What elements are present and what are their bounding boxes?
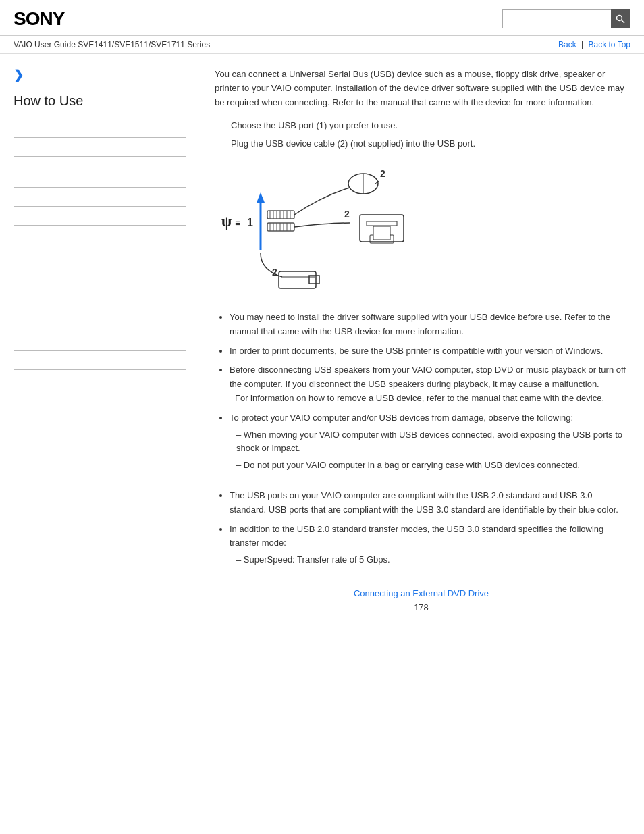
sidebar-link-7[interactable]: [14, 244, 186, 263]
connecting-dvd-link[interactable]: Connecting an External DVD Drive: [354, 588, 489, 598]
search-icon: [616, 14, 625, 24]
bottom-link: Connecting an External DVD Drive: [215, 588, 628, 598]
nav-title: VAIO User Guide SVE1411/SVE1511/SVE1711 …: [14, 40, 210, 49]
usb-diagram: ψ ≡ 1: [215, 162, 628, 297]
search-input[interactable]: [503, 10, 611, 28]
svg-text:2: 2: [344, 209, 350, 219]
bullet-item-5: The USB ports on your VAIO computer are …: [230, 489, 628, 517]
content-step2: Plug the USB device cable (2) (not suppl…: [231, 137, 628, 151]
sidebar-link-3[interactable]: [14, 169, 186, 188]
sub-dash-item-3: SuperSpeed: Transfer rate of 5 Gbps.: [236, 553, 628, 567]
nav-links: Back | Back to Top: [558, 40, 630, 49]
sidebar-link-1[interactable]: [14, 119, 186, 138]
sidebar-link-9[interactable]: [14, 282, 186, 301]
sidebar-link-8[interactable]: [14, 263, 186, 282]
sidebar-link-5[interactable]: [14, 207, 186, 226]
svg-text:≡: ≡: [235, 217, 240, 228]
bottom-separator: [215, 581, 628, 581]
main-container: ❯ How to Use You can connect a Universal…: [0, 54, 644, 626]
svg-point-0: [617, 16, 622, 21]
svg-rect-31: [373, 226, 390, 240]
nav-bar: VAIO User Guide SVE1411/SVE1511/SVE1711 …: [0, 36, 644, 54]
sidebar-spacer-1: [14, 157, 186, 169]
back-to-top-link[interactable]: Back to Top: [589, 40, 630, 49]
sidebar-link-12[interactable]: [14, 351, 186, 370]
usb-diagram-svg: ψ ≡ 1: [215, 162, 431, 297]
nav-separator: |: [581, 40, 585, 49]
bullet-3-note: For information on how to remove a USB d…: [235, 392, 628, 406]
sidebar-link-4[interactable]: [14, 188, 186, 207]
sony-logo: SONY: [14, 8, 64, 30]
svg-text:1: 1: [247, 217, 253, 228]
bullet-item-4: To protect your VAIO computer and/or USB…: [230, 411, 628, 473]
sidebar-link-10[interactable]: [14, 313, 186, 332]
search-button[interactable]: [611, 9, 630, 28]
sidebar-link-11[interactable]: [14, 332, 186, 351]
svg-rect-29: [367, 221, 397, 226]
svg-marker-6: [257, 192, 265, 203]
spacer: [215, 482, 628, 489]
bullet-item-3: Before disconnecting USB speakers from y…: [230, 363, 628, 405]
sidebar-spacer-2: [14, 301, 186, 313]
sidebar-link-6[interactable]: [14, 226, 186, 244]
sidebar-link-2[interactable]: [14, 138, 186, 157]
bullet-item-1: You may need to install the driver softw…: [230, 311, 628, 339]
sidebar-section-title: How to Use: [14, 93, 186, 113]
search-bar: [502, 9, 630, 28]
sub-dash-list-1: When moving your VAIO computer with USB …: [230, 428, 628, 473]
sidebar-chevron: ❯: [14, 68, 186, 82]
bullet-list-1: You may need to install the driver softw…: [215, 311, 628, 473]
sub-dash-item-1: When moving your VAIO computer with USB …: [236, 428, 628, 457]
sidebar: ❯ How to Use: [0, 54, 196, 626]
svg-text:2: 2: [380, 168, 385, 179]
content-intro: You can connect a Universal Serial Bus (…: [215, 68, 628, 109]
sub-dash-item-2: Do not put your VAIO computer in a bag o…: [236, 459, 628, 473]
page-number: 178: [215, 602, 628, 613]
bullet-item-6: In addition to the USB 2.0 standard tran…: [230, 523, 628, 567]
svg-rect-33: [279, 271, 316, 288]
svg-text:2: 2: [272, 267, 277, 278]
back-link[interactable]: Back: [558, 40, 576, 49]
content-area: You can connect a Universal Serial Bus (…: [196, 54, 644, 626]
svg-line-1: [622, 20, 625, 24]
bullet-item-2: In order to print documents, be sure the…: [230, 344, 628, 359]
svg-text:ψ: ψ: [221, 213, 232, 230]
sub-dash-list-2: SuperSpeed: Transfer rate of 5 Gbps.: [230, 553, 628, 567]
content-step1: Choose the USB port (1) you prefer to us…: [231, 119, 628, 133]
page-header: SONY: [0, 0, 644, 36]
bullet-list-2: The USB ports on your VAIO computer are …: [215, 489, 628, 567]
